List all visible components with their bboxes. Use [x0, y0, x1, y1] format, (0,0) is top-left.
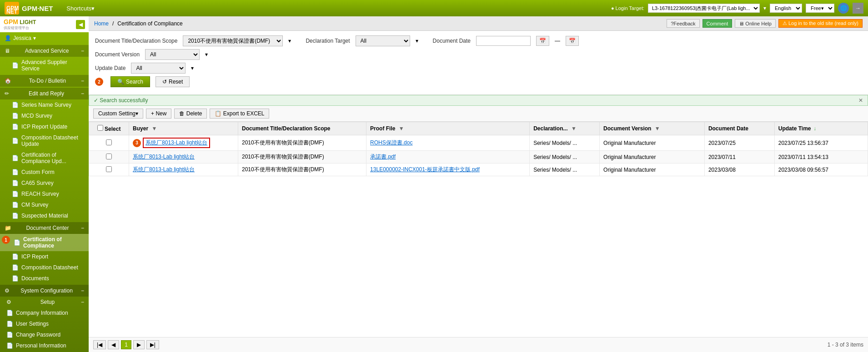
- page-next-button[interactable]: ▶: [133, 340, 145, 349]
- doc-date-from-input[interactable]: [476, 36, 531, 46]
- sidebar-item-ca65[interactable]: 📄 CA65 Survey: [0, 178, 89, 188]
- search-button[interactable]: 🔍 Search: [110, 76, 150, 87]
- proof-filter-icon[interactable]: ▼: [399, 125, 404, 132]
- doc-ver-col-label: Document Version: [603, 125, 651, 132]
- page-prev-button[interactable]: ◀: [108, 340, 119, 349]
- doc-version-select[interactable]: All: [145, 49, 200, 60]
- sidebar-item-personal-info[interactable]: 📄 Personal Information: [0, 340, 89, 351]
- comment-button[interactable]: Comment: [702, 19, 733, 28]
- personal-doc-icon: 📄: [6, 342, 13, 349]
- sidebar-section-header-todo[interactable]: 🏠 To-Do / Bulletin −: [0, 75, 89, 87]
- proof-col-label: Proof File: [370, 125, 395, 132]
- sidebar-item-reach[interactable]: 📄 REACH Survey: [0, 188, 89, 199]
- advanced-service-icon: 🖥: [5, 48, 10, 54]
- decl-target-select[interactable]: All: [356, 35, 410, 46]
- cm-doc-icon: 📄: [12, 202, 19, 208]
- custom-setting-button[interactable]: Custom Setting▾: [93, 109, 143, 119]
- step-badge-3: 3: [133, 139, 141, 147]
- update-date-select[interactable]: All: [131, 63, 186, 74]
- reach-label: REACH Survey: [21, 191, 59, 197]
- sidebar-item-suspected[interactable]: 📄 Suspected Material: [0, 210, 89, 221]
- sidebar-section-header-advanced[interactable]: 🖥 Advanced Service −: [0, 45, 89, 57]
- row-checkbox-2[interactable]: [106, 166, 112, 172]
- top-bar: GPM NET GPM·NET Shortcuts▾ ● Login Targe…: [0, 0, 868, 16]
- proof-file-cell: ROHS保證書.doc: [366, 135, 530, 151]
- col-header-doc-ver: Document Version ▼: [600, 122, 705, 135]
- sidebar-gpm-text: GPM: [4, 18, 18, 25]
- sidebar-item-custom-form[interactable]: 📄 Custom Form: [0, 167, 89, 178]
- sidebar-section-header-doc-center[interactable]: 📁 Document Center −: [0, 222, 89, 234]
- user-dropdown-icon[interactable]: ▾: [33, 35, 36, 41]
- custom-doc-icon: 📄: [12, 169, 19, 175]
- svg-text:NET: NET: [6, 9, 18, 15]
- update-sort-icon[interactable]: ↓: [813, 125, 816, 132]
- breadcrumb-home[interactable]: Home: [94, 20, 109, 27]
- doc-title-select[interactable]: 2010不使用有害物質保證書(DMF): [183, 35, 283, 46]
- table-row: 系统厂8013-Lab light站台 2010不使用有害物質保證書(DMF) …: [89, 151, 868, 164]
- custom-form-label: Custom Form: [21, 169, 55, 175]
- page-last-button[interactable]: ▶|: [146, 340, 159, 349]
- buyer-filter-icon[interactable]: ▼: [151, 125, 157, 132]
- login-target-select[interactable]: L3-1678122360953|杰菌卡电子厂(Lab ligh...: [648, 4, 760, 13]
- cert-up-doc-icon: 📄: [12, 155, 19, 161]
- row-checkbox-0[interactable]: [106, 139, 112, 145]
- col-header-select: Select: [89, 122, 129, 135]
- decl-col-label: Declaration...: [533, 125, 567, 132]
- sidebar-setup-header[interactable]: ⚙ Setup −: [0, 297, 89, 307]
- delete-button[interactable]: 🗑 Delete: [174, 109, 207, 119]
- doc-date-to-calendar-button[interactable]: 📅: [566, 36, 579, 46]
- page-1-button[interactable]: 1: [121, 340, 131, 349]
- sidebar-item-series-name[interactable]: 📄 Series Name Survey: [0, 99, 89, 110]
- doc-center-icon: 📁: [5, 225, 11, 231]
- plan-select[interactable]: Free▾: [806, 4, 834, 13]
- col-select-label: Select: [105, 126, 120, 132]
- globe-button[interactable]: 🌐: [838, 3, 849, 14]
- sidebar-item-company-info[interactable]: 📄 Company Information: [0, 307, 89, 318]
- sidebar-section-header-system[interactable]: ⚙ System Configuration −: [0, 285, 89, 297]
- sidebar-item-composition[interactable]: 📄 Composition Datasheet Update: [0, 132, 89, 149]
- success-bar: ✓ Search successfully ✕: [89, 95, 868, 106]
- buyer-link-highlighted[interactable]: 系统厂8013-Lab light站台: [143, 138, 210, 148]
- reset-button-label: Reset: [169, 79, 183, 85]
- proof-file-link[interactable]: 承諾書.pdf: [370, 154, 396, 160]
- proof-file-link[interactable]: ROHS保證書.doc: [370, 139, 412, 146]
- shortcuts-menu[interactable]: Shortcuts▾: [66, 5, 95, 12]
- sidebar-item-cert-up[interactable]: 📄 Certification of Compliance Upd...: [0, 149, 89, 167]
- doc-date-from-calendar-button[interactable]: 📅: [536, 36, 549, 46]
- sidebar-item-cm[interactable]: 📄 CM Survey: [0, 199, 89, 210]
- reset-button[interactable]: ↺ Reset: [156, 76, 190, 87]
- sidebar-item-icp-report-dc[interactable]: 📄 ICP Report: [0, 251, 89, 262]
- data-table: Select Buyer ▼ Document Title/Declaratio…: [89, 122, 868, 176]
- sidebar-collapse-button[interactable]: ◀: [76, 20, 85, 29]
- content-area: Home / Certification of Compliance ?Feed…: [89, 16, 868, 352]
- language-select[interactable]: English: [770, 4, 802, 13]
- log-old-site-button[interactable]: ⚠ Log in to the old site (read only): [778, 19, 863, 28]
- sidebar-item-comp-dc[interactable]: 📄 Composition Datasheet: [0, 262, 89, 273]
- sidebar-section-header-edit-reply[interactable]: ✏ Edit and Reply −: [0, 88, 89, 99]
- new-button[interactable]: + New: [146, 109, 171, 119]
- sidebar-item-icp[interactable]: 📄 ICP Report Update: [0, 121, 89, 132]
- doc-version-label: Document Version: [95, 51, 140, 58]
- col-header-update: Update Time ↓: [774, 122, 868, 135]
- online-help-button[interactable]: 🖥 Online Help: [735, 19, 776, 28]
- row-checkbox-1[interactable]: [106, 154, 112, 159]
- success-close-button[interactable]: ✕: [858, 97, 863, 104]
- sidebar-item-advanced-supplier[interactable]: 📄 Advanced Supplier Service: [0, 57, 89, 74]
- reset-icon: ↺: [162, 79, 167, 85]
- logout-button[interactable]: →: [853, 3, 863, 14]
- export-button[interactable]: 📋 Export to EXCEL: [210, 109, 269, 119]
- doc-ver-filter-icon[interactable]: ▼: [655, 125, 660, 132]
- buyer-link[interactable]: 系统厂8013-Lab light站台: [133, 154, 195, 160]
- sidebar-item-documents[interactable]: 📄 Documents: [0, 273, 89, 284]
- buyer-link[interactable]: 系统厂8013-Lab light站台: [133, 166, 195, 173]
- sidebar-item-change-password[interactable]: 📄 Change Password: [0, 329, 89, 340]
- table-row: 3系统厂8013-Lab light站台 2010不使用有害物質保證書(DMF)…: [89, 135, 868, 151]
- feedback-button[interactable]: ?Feedback: [667, 19, 699, 28]
- sidebar-item-user-settings[interactable]: 📄 User Settings: [0, 318, 89, 329]
- decl-filter-icon[interactable]: ▼: [571, 125, 577, 132]
- select-all-checkbox[interactable]: [97, 125, 103, 131]
- sidebar-item-mcd[interactable]: 📄 MCD Survey: [0, 110, 89, 121]
- sidebar-item-cert-compliance[interactable]: 📄 Certification of Compliance: [0, 234, 89, 251]
- proof-file-link[interactable]: 13LE000002-INCX001-板莛承諾書中文版.pdf: [370, 166, 480, 173]
- page-first-button[interactable]: |◀: [93, 340, 106, 349]
